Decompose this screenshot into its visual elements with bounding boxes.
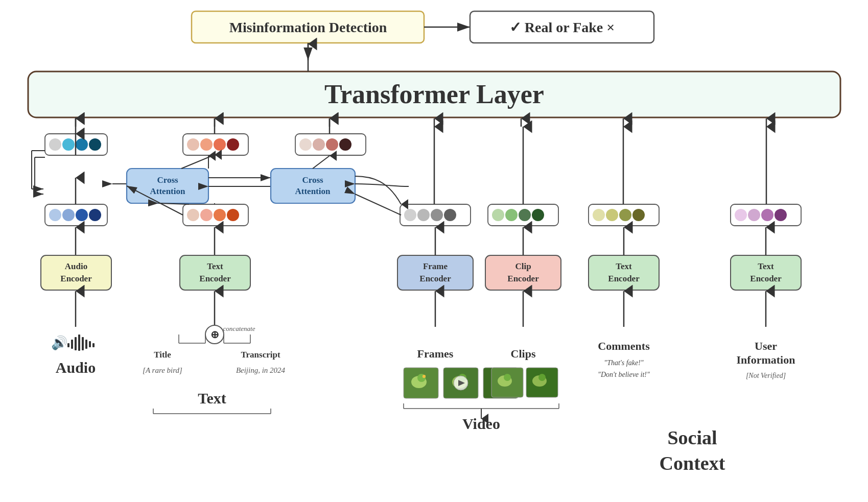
svg-text:Context: Context (660, 452, 725, 474)
svg-point-145 (504, 374, 511, 381)
svg-point-21 (76, 138, 88, 151)
diagram-container: Misinformation Detection ✓ Real or Fake … (0, 0, 868, 502)
svg-point-108 (417, 209, 430, 221)
frame-encoder-box (397, 255, 473, 290)
clip-encoder-box (485, 255, 561, 290)
svg-point-109 (431, 209, 443, 221)
svg-point-32 (49, 209, 61, 221)
svg-point-169 (735, 209, 747, 221)
svg-text:Clips: Clips (511, 347, 536, 360)
svg-point-157 (619, 209, 631, 221)
svg-point-22 (89, 138, 101, 151)
svg-text:[Not Verified]: [Not Verified] (746, 372, 786, 379)
svg-point-99 (326, 138, 338, 151)
svg-point-148 (538, 374, 546, 381)
svg-rect-49 (85, 340, 87, 349)
svg-point-107 (404, 209, 416, 221)
svg-rect-44 (67, 343, 69, 347)
svg-text:User: User (755, 340, 777, 352)
svg-point-35 (89, 209, 101, 221)
svg-point-70 (227, 209, 239, 221)
svg-point-56 (214, 138, 226, 151)
svg-rect-46 (75, 337, 77, 350)
svg-point-69 (214, 209, 226, 221)
svg-text:concatenate: concatenate (223, 325, 255, 332)
svg-text:"That's fake!": "That's fake!" (604, 359, 643, 367)
svg-text:Title: Title (154, 350, 171, 360)
svg-point-67 (187, 209, 199, 221)
svg-point-158 (632, 209, 645, 221)
svg-point-55 (200, 138, 213, 151)
misinformation-box (192, 11, 424, 43)
svg-point-57 (227, 138, 239, 151)
svg-text:Comments: Comments (598, 340, 650, 352)
svg-text:Transcript: Transcript (241, 350, 280, 360)
svg-rect-50 (89, 341, 91, 347)
real-fake-box (470, 11, 654, 43)
svg-point-110 (444, 209, 456, 221)
svg-point-134 (519, 209, 531, 221)
svg-point-100 (339, 138, 351, 151)
svg-rect-47 (78, 334, 80, 351)
svg-point-125 (423, 375, 426, 378)
svg-point-68 (200, 209, 213, 221)
svg-text:Audio: Audio (56, 359, 96, 376)
svg-point-133 (505, 209, 518, 221)
cross-attention-left-box (127, 169, 208, 203)
svg-point-33 (62, 209, 75, 221)
svg-point-155 (593, 209, 605, 221)
svg-point-156 (606, 209, 618, 221)
comments-text-encoder-box (589, 255, 659, 290)
svg-rect-45 (71, 340, 73, 349)
svg-text:"Don't believe it!": "Don't believe it!" (598, 371, 650, 378)
cross-attention-right-box (271, 169, 355, 203)
svg-text:Frames: Frames (417, 347, 454, 360)
svg-point-172 (775, 209, 787, 221)
svg-text:Beijing, in 2024: Beijing, in 2024 (236, 366, 286, 374)
svg-point-170 (748, 209, 760, 221)
svg-text:Social: Social (667, 427, 717, 448)
svg-rect-51 (92, 343, 95, 347)
svg-point-97 (299, 138, 312, 151)
svg-point-98 (313, 138, 325, 151)
svg-text:Text: Text (198, 390, 226, 407)
audio-encoder-box (41, 255, 111, 290)
svg-text:[A rare bird]: [A rare bird] (143, 366, 182, 374)
svg-rect-48 (82, 337, 84, 350)
svg-point-19 (49, 138, 61, 151)
svg-point-132 (492, 209, 504, 221)
svg-text:Information: Information (737, 353, 795, 366)
text-encoder-box (180, 255, 250, 290)
transformer-layer-box (28, 71, 840, 117)
svg-point-135 (532, 209, 544, 221)
svg-text:🔊: 🔊 (51, 334, 68, 351)
svg-text:⊕: ⊕ (210, 329, 219, 340)
user-text-encoder-box (731, 255, 801, 290)
svg-point-54 (187, 138, 199, 151)
svg-point-20 (62, 138, 75, 151)
svg-point-171 (761, 209, 773, 221)
svg-point-34 (76, 209, 88, 221)
